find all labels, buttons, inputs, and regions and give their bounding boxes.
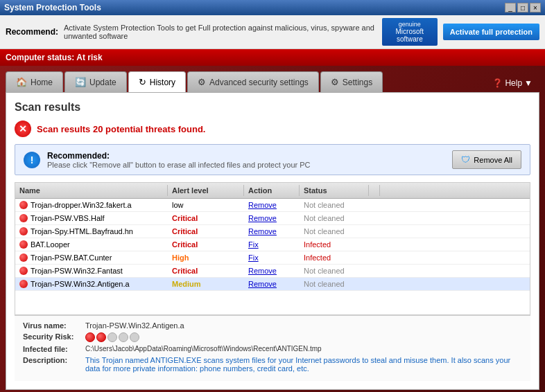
threat-ball-icon [19, 214, 28, 222]
cell-name-6: Trojan-PSW.Win32.Antigen.a [15, 278, 168, 290]
detail-panel: Virus name: Trojan-PSW.Win32.Antigen.a S… [15, 315, 530, 381]
security-dots [85, 332, 522, 342]
history-icon: ↻ [139, 77, 146, 87]
threat-banner: ✕ Scan results 20 potential threats foun… [15, 121, 530, 137]
table-row[interactable]: BAT.Looper Critical Fix Infected [15, 238, 530, 251]
genuine-badge: genuine Microsoft software [382, 18, 438, 46]
window-title: System Protection Tools [4, 3, 101, 12]
cell-level-0: low [168, 199, 244, 211]
dot-3 [107, 332, 117, 342]
table-header: Name Alert level Action Status [15, 183, 530, 199]
detail-security-risk-row: Security Risk: [23, 332, 522, 342]
info-icon: ! [24, 152, 40, 168]
infected-file-value: C:\Users\Jacob\AppData\Roaming\Microsoft… [85, 345, 522, 353]
cell-name-0: Trojan-dropper.Win32.fakert.a [15, 199, 168, 211]
rec-title: Recommended: [47, 151, 445, 161]
maximize-button[interactable]: □ [517, 3, 528, 12]
tab-settings[interactable]: ⚙ Settings [320, 71, 383, 92]
recommend-bar: Recommend: Activate System Protection To… [0, 15, 545, 49]
col-status: Status [300, 185, 369, 196]
advanced-icon: ⚙ [198, 77, 206, 87]
tab-history-label: History [150, 78, 175, 87]
remove-all-label: Remove All [474, 156, 512, 164]
window-controls[interactable]: _ □ × [505, 3, 541, 12]
cell-name-5: Trojan-PSW.Win32.Fantast [15, 265, 168, 277]
col-action: Action [244, 185, 300, 196]
results-table: Name Alert level Action Status Trojan-dr… [15, 182, 530, 315]
main-container: 🏠 Home 🔄 Update ↻ History ⚙ Advanced sec… [0, 66, 545, 392]
dot-4 [119, 332, 128, 342]
activate-button[interactable]: Activate full protection [443, 24, 539, 40]
genuine-line1: genuine [388, 21, 432, 28]
help-icon: ❓ [492, 78, 503, 88]
cell-level-5: Critical [168, 265, 244, 277]
table-row[interactable]: Trojan-Spy.HTML.Bayfraud.hn Critical Rem… [15, 225, 530, 238]
dot-5 [130, 332, 139, 342]
security-risk-label: Security Risk: [23, 332, 85, 342]
cell-action-4[interactable]: Fix [244, 251, 300, 264]
recommend-text: Activate System Protection Tools to get … [64, 24, 377, 40]
cell-level-3: Critical [168, 238, 244, 251]
genuine-line3: software [388, 35, 432, 43]
detail-description-row: Description: This Trojan named ANTIGEN.E… [23, 356, 522, 373]
tab-advanced-label: Advanced security settings [209, 78, 309, 87]
cell-status-0: Not cleaned [300, 199, 369, 211]
close-button[interactable]: × [530, 3, 541, 12]
shield-icon: 🛡 [461, 154, 470, 165]
detail-infected-file-row: Infected file: C:\Users\Jacob\AppData\Ro… [23, 345, 522, 353]
cell-action-5[interactable]: Remove [244, 265, 300, 277]
scan-title: Scan results [15, 101, 530, 114]
home-icon: 🏠 [16, 77, 27, 87]
tab-home[interactable]: 🏠 Home [6, 71, 63, 92]
col-scroll [369, 185, 380, 196]
tab-history[interactable]: ↻ History [128, 71, 186, 92]
cell-status-3: Infected [300, 238, 369, 251]
remove-all-button[interactable]: 🛡 Remove All [452, 150, 521, 169]
table-row[interactable]: Trojan-PSW.VBS.Half Critical Remove Not … [15, 212, 530, 225]
cell-status-1: Not cleaned [300, 212, 369, 224]
help-label: Help [505, 78, 522, 88]
tab-update-label: Update [89, 78, 116, 87]
infected-file-label: Infected file: [23, 345, 85, 353]
table-row[interactable]: Trojan-PSW.Win32.Fantast Critical Remove… [15, 265, 530, 278]
help-button[interactable]: ❓ Help ▼ [485, 74, 539, 92]
cell-action-6[interactable]: Remove [244, 278, 300, 290]
cell-action-0[interactable]: Remove [244, 199, 300, 211]
table-row[interactable]: Trojan-PSW.Win32.Antigen.a Medium Remove… [15, 278, 530, 291]
threat-ball-icon [19, 280, 28, 288]
cell-action-2[interactable]: Remove [244, 225, 300, 238]
dot-2 [96, 332, 106, 342]
col-name: Name [15, 185, 168, 196]
cell-level-4: High [168, 251, 244, 264]
cell-level-1: Critical [168, 212, 244, 224]
virus-name-value: Trojan-PSW.Win32.Antigen.a [85, 321, 522, 330]
cell-action-3[interactable]: Fix [244, 238, 300, 251]
cell-action-1[interactable]: Remove [244, 212, 300, 224]
cell-level-2: Critical [168, 225, 244, 238]
threat-ball-icon [19, 227, 28, 235]
cell-level-6: Medium [168, 278, 244, 290]
table-row[interactable]: Trojan-PSW.BAT.Cunter High Fix Infected [15, 251, 530, 265]
settings-icon: ⚙ [331, 77, 339, 87]
detail-virus-name-row: Virus name: Trojan-PSW.Win32.Antigen.a [23, 321, 522, 330]
cell-status-4: Infected [300, 251, 369, 264]
tab-update[interactable]: 🔄 Update [64, 71, 127, 92]
cell-name-3: BAT.Looper [15, 238, 168, 251]
tab-settings-label: Settings [343, 78, 372, 87]
cell-status-2: Not cleaned [300, 225, 369, 238]
cell-name-4: Trojan-PSW.BAT.Cunter [15, 251, 168, 264]
tab-advanced[interactable]: ⚙ Advanced security settings [187, 71, 319, 92]
threat-ball-icon [19, 267, 28, 275]
genuine-line2: Microsoft [388, 28, 432, 35]
recommend-box-text: Recommended: Please click "Remove all" b… [47, 151, 445, 169]
cell-name-1: Trojan-PSW.VBS.Half [15, 212, 168, 224]
threat-icon: ✕ [15, 121, 31, 137]
table-row[interactable]: Trojan-dropper.Win32.fakert.a low Remove… [15, 199, 530, 212]
update-icon: 🔄 [75, 77, 86, 87]
threat-ball-icon [19, 253, 28, 262]
status-text: Computer status: At risk [6, 53, 103, 62]
table-body[interactable]: Trojan-dropper.Win32.fakert.a low Remove… [15, 199, 530, 314]
description-value: This Trojan named ANTIGEN.EXE scans syst… [85, 356, 522, 373]
threat-ball-icon [19, 201, 28, 209]
minimize-button[interactable]: _ [505, 3, 516, 12]
